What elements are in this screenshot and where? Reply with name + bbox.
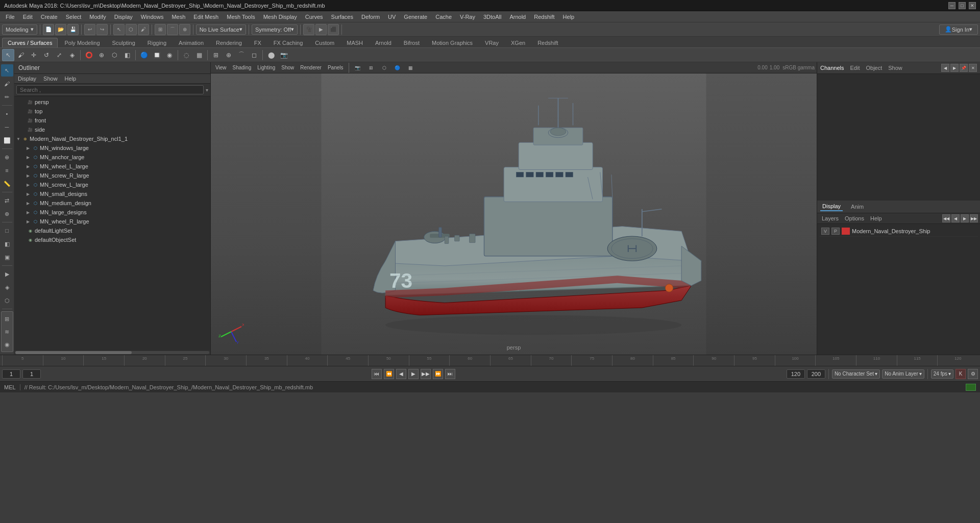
camera-button[interactable]: 🎥 xyxy=(303,24,314,35)
grid-button[interactable]: ⊞ xyxy=(1,313,13,325)
tab-mash[interactable]: MASH xyxy=(341,38,369,47)
rotate-tool[interactable]: ↺ xyxy=(40,49,53,61)
current-frame-input[interactable] xyxy=(2,369,20,379)
close-button[interactable]: ✕ xyxy=(969,2,976,9)
menu-uv[interactable]: UV xyxy=(384,13,399,21)
object-tab[interactable]: Object xyxy=(866,65,882,71)
display-toggle-2[interactable]: ◧ xyxy=(1,238,13,250)
selected-button[interactable]: ◉ xyxy=(1,338,13,351)
move-tool[interactable]: ✛ xyxy=(28,49,40,61)
layers-menu[interactable]: Layers xyxy=(819,215,841,222)
anim-tab[interactable]: Anim xyxy=(849,203,866,211)
last-tool[interactable]: ◈ xyxy=(66,49,78,61)
snap-to-surface[interactable]: ◻ xyxy=(248,49,260,61)
tab-bifrost[interactable]: Bifrost xyxy=(398,38,425,47)
align-button[interactable]: ≡ xyxy=(1,164,13,177)
layer-row-ship[interactable]: V P Modern_Naval_Destroyer_Ship xyxy=(819,226,978,237)
outliner-item-mn-small-designs[interactable]: ▶ ⬡ MN_small_designs xyxy=(14,189,210,198)
symmetry-button[interactable]: Symmetry: Off ▾ xyxy=(252,24,298,35)
new-scene-button[interactable]: 📄 xyxy=(43,24,54,35)
menu-edit-mesh[interactable]: Edit Mesh xyxy=(190,13,222,21)
help-menu[interactable]: Help xyxy=(868,215,885,222)
render-view-button[interactable]: ▶ xyxy=(1,268,13,280)
edit-tab[interactable]: Edit xyxy=(850,65,860,71)
search-filter-icon[interactable]: ▾ xyxy=(206,87,208,93)
outliner-item-mn-large-designs[interactable]: ▶ ⬡ MN_large_designs xyxy=(14,208,210,217)
tab-arnold[interactable]: Arnold xyxy=(370,38,397,47)
prev-key-button[interactable]: ⏪ xyxy=(384,369,394,379)
menu-modify[interactable]: Modify xyxy=(86,13,109,21)
menu-curves[interactable]: Curves xyxy=(302,13,327,21)
mode-dropdown[interactable]: Modeling ▾ xyxy=(2,24,37,35)
show-tab[interactable]: Show xyxy=(888,65,902,71)
menu-display[interactable]: Display xyxy=(111,13,136,21)
outliner-item-mn-medium-design[interactable]: ▶ ⬡ MN_medium_design xyxy=(14,198,210,208)
menu-select[interactable]: Select xyxy=(62,13,85,21)
menu-help[interactable]: Help xyxy=(559,13,578,21)
wireframe[interactable]: 🔲 xyxy=(151,49,163,61)
menu-mesh-tools[interactable]: Mesh Tools xyxy=(223,13,258,21)
create-camera[interactable]: 📷 xyxy=(278,49,290,61)
channel-box-pin-button[interactable]: 📌 xyxy=(960,64,968,72)
undo-button[interactable]: ↩ xyxy=(84,24,95,35)
scale-tool[interactable]: ⤢ xyxy=(53,49,65,61)
vp-texture-icon[interactable]: ▦ xyxy=(405,62,417,74)
range-end-input[interactable] xyxy=(807,369,825,379)
play-forward-button[interactable]: ▶▶ xyxy=(421,369,431,379)
menu-windows[interactable]: Windows xyxy=(137,13,167,21)
vp-menu-shading[interactable]: Shading xyxy=(230,64,254,71)
menu-edit[interactable]: Edit xyxy=(19,13,36,21)
vp-menu-panels[interactable]: Panels xyxy=(325,64,346,71)
outliner-item-front[interactable]: 🎥 front xyxy=(14,116,210,125)
ipr-button[interactable]: ⬛ xyxy=(328,24,339,35)
vp-menu-show[interactable]: Show xyxy=(279,64,297,71)
layer-last-button[interactable]: ▶▶ xyxy=(970,214,978,222)
boolean-button[interactable]: ⊕ xyxy=(1,208,13,220)
no-anim-layer-dropdown[interactable]: No Anim Layer ▾ xyxy=(882,369,924,379)
outliner-item-mn-wheel-l[interactable]: ▶ ⬡ MN_wheel_L_large xyxy=(14,162,210,171)
extra-button[interactable]: ≋ xyxy=(1,326,13,338)
vp-menu-lighting[interactable]: Lighting xyxy=(255,64,278,71)
start-frame-input[interactable] xyxy=(22,369,41,379)
menu-arnold[interactable]: Arnold xyxy=(506,13,529,21)
outliner-scrollbar-h[interactable] xyxy=(14,351,210,355)
tab-poly-modeling[interactable]: Poly Modeling xyxy=(59,38,105,47)
outliner-item-default-object-set[interactable]: ◉ defaultObjectSet xyxy=(14,235,210,244)
vp-menu-view[interactable]: View xyxy=(213,64,229,71)
tab-sculpting[interactable]: Sculpting xyxy=(107,38,141,47)
display-tab[interactable]: Display xyxy=(820,202,843,211)
tab-xgen[interactable]: XGen xyxy=(505,38,531,47)
snap-to-grid[interactable]: ⊞ xyxy=(210,49,222,61)
step-back-button[interactable]: ◀ xyxy=(396,369,406,379)
menu-mesh-display[interactable]: Mesh Display xyxy=(260,13,301,21)
make-live[interactable]: ⬤ xyxy=(265,49,277,61)
layer-visibility-button[interactable]: V xyxy=(821,228,829,235)
options-menu[interactable]: Options xyxy=(842,215,867,222)
fps-dropdown[interactable]: 24 fps ▾ xyxy=(931,369,953,379)
universal-manip[interactable]: ⊕ xyxy=(95,49,108,61)
mirror-button[interactable]: ⇄ xyxy=(1,194,13,207)
vp-camera-icon[interactable]: 📷 xyxy=(352,62,364,74)
sign-in-button[interactable]: 👤 Sign In ▾ xyxy=(939,24,978,35)
component-mode[interactable]: ◧ xyxy=(121,49,133,61)
lasso-tool-button[interactable]: ⬡ xyxy=(126,24,137,35)
tab-rendering[interactable]: Rendering xyxy=(210,38,248,47)
vertex-mode-button[interactable]: • xyxy=(1,108,13,120)
paint-select-button[interactable]: 🖌 xyxy=(138,24,149,35)
tab-fx[interactable]: FX xyxy=(249,38,267,47)
outliner-item-mn-anchor[interactable]: ▶ ⬡ MN_anchor_large xyxy=(14,153,210,162)
outliner-item-mn-screw-l[interactable]: ▶ ⬡ MN_screw_L_large xyxy=(14,180,210,189)
outliner-content[interactable]: 🎥 persp 🎥 top 🎥 front 🎥 side xyxy=(14,96,210,351)
jump-to-start-button[interactable]: ⏮ xyxy=(372,369,382,379)
timeline-area[interactable]: 5 10 15 20 25 30 35 40 45 50 55 60 65 70… xyxy=(0,355,980,366)
jump-to-end-button[interactable]: ⏭ xyxy=(445,369,455,379)
snap-grid-button[interactable]: ⊞ xyxy=(155,24,166,35)
play-back-button[interactable]: ▶ xyxy=(408,369,419,379)
outliner-item-mn-windows[interactable]: ▶ ⬡ MN_windows_large xyxy=(14,143,210,153)
tab-custom[interactable]: Custom xyxy=(309,38,340,47)
vp-shaded-icon[interactable]: 🔵 xyxy=(391,62,404,74)
measure-button[interactable]: 📏 xyxy=(1,178,13,190)
redo-button[interactable]: ↪ xyxy=(96,24,108,35)
vp-select-all-icon[interactable]: ⊞ xyxy=(365,62,377,74)
xray-mode[interactable]: ◌ xyxy=(180,49,192,61)
